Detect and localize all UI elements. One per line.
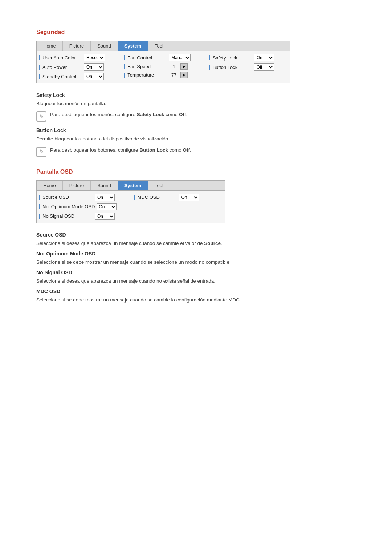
not-optimum-select[interactable]: On <box>97 203 117 210</box>
source-osd-select[interactable]: On <box>95 194 115 201</box>
auto-power-label: Auto Power <box>42 65 82 70</box>
standby-control-row: Standby Control On <box>39 73 118 80</box>
standby-control-label: Standby Control <box>42 74 82 79</box>
temperature-arrow[interactable]: ▶ <box>180 72 188 78</box>
user-auto-color-label: User Auto Color <box>42 55 82 61</box>
mdc-osd-body: Seleccione si se debe mostrar un mensaje… <box>36 296 356 304</box>
pantalla-osd-panel: Home Picture Sound System Tool Source OS… <box>36 180 225 223</box>
bar-fan-speed <box>124 64 125 69</box>
not-optimum-heading: Not Optimum Mode OSD <box>36 251 356 257</box>
no-signal-osd-label: No Signal OSD <box>42 213 93 219</box>
safety-lock-select[interactable]: On <box>254 54 274 61</box>
user-auto-color-select[interactable]: Reset <box>84 54 105 61</box>
fan-control-select[interactable]: Man... <box>169 54 191 61</box>
no-signal-osd-row: No Signal OSD On <box>39 213 128 220</box>
tab-picture-1[interactable]: Picture <box>63 41 91 51</box>
divider-1 <box>121 54 121 80</box>
safety-lock-label: Safety Lock <box>213 55 253 61</box>
seguridad-tabs: Home Picture Sound System Tool <box>37 41 290 51</box>
pantalla-osd-section: Pantalla OSD Home Picture Sound System T… <box>36 169 356 304</box>
no-signal-osd-select[interactable]: On <box>95 213 115 220</box>
tab-system-1[interactable]: System <box>118 41 148 51</box>
button-lock-select[interactable]: Off <box>254 63 274 71</box>
bar-temperature <box>124 73 125 78</box>
tab-sound-2[interactable]: Sound <box>91 181 118 190</box>
mdc-osd-row: MDC OSD On <box>134 194 223 201</box>
tab-home-2[interactable]: Home <box>37 181 63 190</box>
not-optimum-body: Seleccione si se debe mostrar un mensaje… <box>36 259 356 266</box>
not-optimum-row: Not Optimum Mode OSD On <box>39 203 128 210</box>
tab-picture-2[interactable]: Picture <box>63 181 91 190</box>
bar-safety-lock <box>209 55 210 60</box>
safety-lock-body: Bloquear los menús en pantalla. <box>36 100 356 107</box>
osd-col2: MDC OSD On <box>134 194 223 220</box>
fan-speed-label: Fan Speed <box>127 64 167 69</box>
mdc-osd-heading: MDC OSD <box>36 288 356 294</box>
button-lock-heading: Button Lock <box>36 127 356 133</box>
seguridad-panel: Home Picture Sound System Tool User Auto… <box>36 41 290 83</box>
bar-fan-control <box>124 55 125 60</box>
button-lock-label: Button Lock <box>213 65 253 70</box>
seguridad-panel-body: User Auto Color Reset Auto Power On Stan… <box>37 51 290 83</box>
source-osd-body: Seleccione si desea que aparezca un mens… <box>36 240 356 247</box>
fan-speed-value: 1 <box>169 64 179 69</box>
temperature-value: 77 <box>169 72 179 78</box>
no-signal-heading: No Signal OSD <box>36 270 356 275</box>
button-lock-row: Button Lock Off <box>209 63 288 71</box>
safety-lock-row: Safety Lock On <box>209 54 288 61</box>
standby-control-select[interactable]: On <box>84 73 104 80</box>
source-osd-heading: Source OSD <box>36 232 356 238</box>
bar-not-optimum <box>39 204 40 209</box>
auto-power-select[interactable]: On <box>84 63 104 71</box>
tab-tool-1[interactable]: Tool <box>148 41 170 51</box>
mdc-osd-select[interactable]: On <box>179 194 199 201</box>
fan-speed-arrow[interactable]: ▶ <box>180 63 188 70</box>
not-optimum-label: Not Optimum Mode OSD <box>42 204 95 209</box>
pantalla-osd-title: Pantalla OSD <box>36 169 356 175</box>
safety-lock-note-row: ✎ Para desbloquear los menús, configure … <box>36 111 356 122</box>
tab-system-2[interactable]: System <box>118 181 148 190</box>
fan-control-row: Fan Control Man... <box>124 54 203 61</box>
seguridad-col2: Fan Control Man... Fan Speed 1 ▶ Tempera… <box>124 54 203 80</box>
bar-mdc-osd <box>134 195 135 200</box>
auto-power-row: Auto Power On <box>39 63 118 71</box>
user-auto-color-row: User Auto Color Reset <box>39 54 118 61</box>
temperature-row: Temperature 77 ▶ <box>124 72 203 78</box>
bar-auto-power <box>39 65 40 70</box>
osd-panel-body: Source OSD On Not Optimum Mode OSD On No… <box>37 191 225 223</box>
divider-osd <box>131 194 131 220</box>
seguridad-title: Seguridad <box>36 29 356 36</box>
bar-user-auto-color <box>39 55 40 60</box>
safety-lock-heading: Safety Lock <box>36 92 356 98</box>
no-signal-body: Seleccione si desea que aparezca un mens… <box>36 278 356 285</box>
temperature-label: Temperature <box>127 72 167 78</box>
source-osd-row: Source OSD On <box>39 194 128 201</box>
button-lock-body: Permite bloquear los botones del disposi… <box>36 135 356 143</box>
tab-sound-1[interactable]: Sound <box>91 41 118 51</box>
bar-source-osd <box>39 195 40 200</box>
source-osd-label: Source OSD <box>42 194 93 200</box>
button-lock-note-row: ✎ Para desbloquear los botones, configur… <box>36 147 356 157</box>
note-icon-safety: ✎ <box>36 111 46 122</box>
tab-tool-2[interactable]: Tool <box>148 181 170 190</box>
osd-col1: Source OSD On Not Optimum Mode OSD On No… <box>39 194 128 220</box>
fan-control-label: Fan Control <box>127 55 167 61</box>
bar-no-signal-osd <box>39 214 40 219</box>
osd-tabs: Home Picture Sound System Tool <box>37 181 225 191</box>
note-icon-button: ✎ <box>36 147 46 157</box>
button-lock-note: Para desbloquear los botones, configure … <box>50 147 191 154</box>
fan-speed-row: Fan Speed 1 ▶ <box>124 63 203 70</box>
seguridad-col1: User Auto Color Reset Auto Power On Stan… <box>39 54 118 80</box>
tab-home-1[interactable]: Home <box>37 41 63 51</box>
safety-lock-note: Para desbloquear los menús, configure Sa… <box>50 111 187 118</box>
bar-standby-control <box>39 74 40 79</box>
bar-button-lock <box>209 65 210 70</box>
mdc-osd-label: MDC OSD <box>138 194 177 200</box>
seguridad-section: Seguridad Home Picture Sound System Tool… <box>36 29 356 157</box>
divider-2 <box>206 54 206 80</box>
seguridad-col3: Safety Lock On Button Lock Off <box>209 54 288 80</box>
